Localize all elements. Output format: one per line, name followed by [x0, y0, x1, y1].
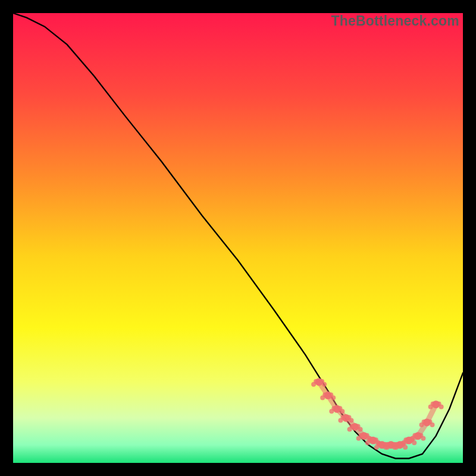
svg-point-10 — [328, 393, 333, 397]
svg-point-35 — [374, 437, 378, 442]
svg-point-39 — [377, 442, 381, 447]
svg-point-30 — [365, 433, 369, 438]
svg-point-59 — [412, 433, 417, 438]
svg-point-65 — [428, 419, 433, 424]
svg-point-15 — [337, 406, 342, 411]
svg-point-69 — [431, 402, 436, 406]
svg-point-64 — [422, 419, 427, 424]
svg-point-54 — [403, 437, 408, 442]
svg-point-49 — [394, 442, 399, 447]
curve-layer — [13, 13, 463, 463]
svg-point-44 — [386, 442, 390, 447]
bottleneck-curve — [13, 13, 463, 458]
svg-point-24 — [350, 424, 355, 429]
svg-point-4 — [314, 379, 318, 384]
svg-point-25 — [356, 424, 361, 429]
chart-frame: TheBottleneck.com — [0, 0, 476, 476]
svg-point-9 — [322, 393, 327, 397]
svg-point-19 — [340, 415, 345, 419]
plot-area: TheBottleneck.com — [13, 13, 463, 463]
svg-point-29 — [359, 433, 364, 438]
svg-point-5 — [320, 379, 324, 384]
dotted-region — [311, 378, 444, 449]
svg-point-14 — [331, 406, 336, 411]
svg-point-70 — [437, 402, 441, 406]
svg-point-20 — [346, 415, 351, 419]
svg-point-60 — [418, 433, 423, 438]
svg-point-34 — [368, 437, 372, 442]
